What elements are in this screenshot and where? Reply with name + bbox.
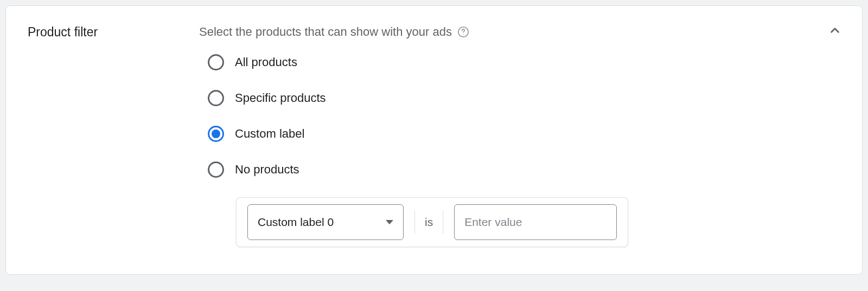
description-row: Select the products that can show with y… bbox=[199, 25, 840, 39]
content-area: Select the products that can show with y… bbox=[199, 25, 840, 247]
radio-group: All products Specific products Custom la… bbox=[208, 54, 840, 178]
radio-no-products[interactable]: No products bbox=[208, 161, 840, 178]
radio-label: No products bbox=[235, 163, 299, 177]
description-text: Select the products that can show with y… bbox=[199, 25, 452, 39]
dropdown-label: Custom label 0 bbox=[258, 216, 334, 229]
custom-label-dropdown[interactable]: Custom label 0 bbox=[247, 204, 404, 240]
radio-circle-icon bbox=[208, 90, 224, 106]
radio-label: Specific products bbox=[235, 91, 326, 105]
radio-specific-products[interactable]: Specific products bbox=[208, 90, 840, 106]
divider bbox=[443, 211, 443, 234]
operator-text: is bbox=[425, 216, 433, 229]
radio-label: Custom label bbox=[235, 127, 304, 141]
operator-wrapper: is bbox=[414, 211, 443, 234]
product-filter-panel: Product filter Select the products that … bbox=[5, 5, 863, 275]
radio-label: All products bbox=[235, 55, 297, 69]
chevron-up-icon bbox=[828, 23, 842, 37]
radio-circle-selected-icon bbox=[208, 126, 224, 142]
svg-point-1 bbox=[463, 34, 463, 35]
radio-circle-icon bbox=[208, 161, 224, 178]
radio-custom-label[interactable]: Custom label bbox=[208, 126, 840, 142]
filter-value-input[interactable] bbox=[454, 204, 617, 240]
radio-all-products[interactable]: All products bbox=[208, 54, 840, 70]
help-icon[interactable] bbox=[457, 26, 469, 38]
collapse-toggle[interactable] bbox=[827, 22, 843, 38]
divider bbox=[414, 211, 415, 234]
chevron-down-icon bbox=[386, 220, 393, 224]
section-title: Product filter bbox=[28, 25, 199, 247]
radio-circle-icon bbox=[208, 54, 224, 70]
custom-label-filter-row: Custom label 0 is bbox=[236, 197, 628, 247]
